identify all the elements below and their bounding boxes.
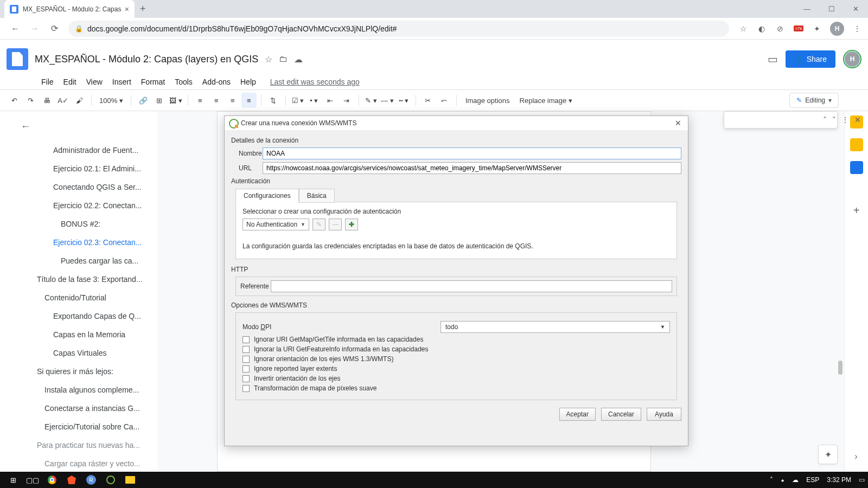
outline-item[interactable]: Para practicar tus nuevas ha... (11, 436, 157, 454)
tray-lang[interactable]: ESP (806, 476, 819, 484)
editing-mode-button[interactable]: ✎ Editing ▾ (789, 93, 839, 108)
border-dash-icon[interactable]: ┅ ▾ (396, 93, 411, 108)
menu-format[interactable]: Format (137, 75, 169, 88)
close-icon[interactable]: ✕ (844, 0, 868, 18)
comment-add-icon[interactable]: ⊞ (152, 93, 167, 108)
back-button[interactable]: ← (8, 21, 23, 36)
docs-logo-icon[interactable] (7, 48, 28, 70)
extension-icon-2[interactable]: ⊘ (775, 23, 786, 34)
outline-collapse-icon[interactable]: ← (21, 121, 157, 132)
outline-item[interactable]: Capas Virtuales (11, 344, 157, 362)
bullet-list-icon[interactable]: • ▾ (307, 93, 322, 108)
side-panel-expand-icon[interactable]: › (848, 449, 864, 464)
tab-basic[interactable]: Básica (299, 189, 335, 203)
taskbar-chrome-icon[interactable] (42, 472, 62, 488)
border-color-icon[interactable]: ✎ ▾ (363, 93, 379, 108)
checkbox-icon[interactable] (242, 365, 250, 373)
tray-time[interactable]: 3:32 PM (827, 476, 851, 484)
find-close-icon[interactable]: ✕ (853, 115, 862, 124)
taskbar-r-icon[interactable]: R (81, 472, 101, 488)
wms-checkbox-row[interactable]: Ignorar URI GetMap/GetTile informada en … (242, 336, 670, 343)
auth-select[interactable]: No Authentication▼ (242, 219, 309, 230)
menu-view[interactable]: View (82, 75, 107, 88)
checkbox-icon[interactable] (242, 346, 250, 353)
outline-item[interactable]: Título de la fase 3: Exportand... (11, 270, 157, 288)
outline-item[interactable]: Ejercicio 02.2: Conectan... (11, 196, 157, 215)
wms-checkbox-row[interactable]: Ignore reported layer extents (242, 365, 670, 373)
help-button[interactable]: Ayuda (647, 408, 681, 421)
align-justify-icon[interactable]: ≡ (241, 93, 257, 108)
tab-close-icon[interactable]: × (125, 5, 129, 14)
checkbox-icon[interactable] (242, 336, 250, 343)
auth-edit-icon[interactable]: ✎ (312, 219, 326, 230)
cancel-button[interactable]: Cancelar (601, 408, 641, 421)
image-insert-icon[interactable]: 🖼 ▾ (168, 93, 183, 108)
spellcheck-icon[interactable]: A✓ (55, 93, 71, 108)
menu-tools[interactable]: Tools (170, 75, 197, 88)
tray-dropbox-icon[interactable]: ⬥ (781, 476, 784, 484)
outline-item[interactable]: Conectarse a instancias G... (11, 399, 157, 418)
comments-icon[interactable]: ▭ (768, 53, 778, 66)
collapse-toolbar-icon[interactable]: ʌ (846, 93, 861, 108)
outline-item[interactable]: Ejercicio/Tutorial sobre Ca... (11, 418, 157, 436)
ok-button[interactable]: Aceptar (559, 408, 596, 421)
replace-image-button[interactable]: Replace image ▾ (515, 97, 577, 105)
wms-checkbox-row[interactable]: Ignorar orientación de los ejes WMS 1.3/… (242, 355, 670, 363)
share-button[interactable]: 👤 Share (786, 50, 835, 68)
menu-help[interactable]: Help (236, 75, 260, 88)
keep-icon[interactable] (850, 138, 863, 151)
crop-icon[interactable]: ✂ (420, 93, 436, 108)
print-icon[interactable]: 🖶 (39, 93, 54, 108)
extensions-icon[interactable]: ✦ (812, 23, 822, 34)
wms-checkbox-row[interactable]: Ignorar la URI GetFeatureInfo informada … (242, 345, 670, 353)
task-view-icon[interactable]: ▢▢ (23, 472, 42, 488)
browser-tab[interactable]: MX_ESPAÑOL - Módulo 2: Capas × (4, 0, 135, 18)
account-avatar[interactable]: H (843, 50, 861, 68)
outline-item[interactable]: Si quieres ir más lejos: (11, 362, 157, 381)
star-icon[interactable]: ☆ (738, 23, 749, 34)
menu-insert[interactable]: Insert (108, 75, 136, 88)
paint-format-icon[interactable]: 🖌 (72, 93, 87, 108)
outline-item[interactable]: Ejercicio 02.3: Conectan... (11, 233, 157, 252)
checkbox-icon[interactable] (242, 385, 250, 392)
wms-checkbox-row[interactable]: Transformación de mapa de píxeles suave (242, 384, 670, 392)
align-center-icon[interactable]: ≡ (209, 93, 224, 108)
checkbox-icon[interactable] (242, 356, 250, 363)
align-right-icon[interactable]: ≡ (225, 93, 240, 108)
find-next-icon[interactable]: ˅ (831, 115, 837, 124)
last-edit-link[interactable]: Last edit was seconds ago (266, 75, 364, 88)
menu-file[interactable]: File (37, 75, 58, 88)
outline-item[interactable]: Exportando Capas de Q... (11, 307, 157, 325)
outline-item[interactable]: Capas en la Memoria (11, 325, 157, 344)
dpi-select[interactable]: todo▼ (441, 321, 670, 333)
menu-icon[interactable]: ⋮ (852, 23, 863, 34)
maximize-icon[interactable]: ☐ (819, 0, 844, 18)
image-options-button[interactable]: Image options (461, 97, 514, 105)
auth-remove-icon[interactable]: — (329, 219, 342, 230)
profile-avatar[interactable]: H (830, 22, 844, 36)
scrollbar[interactable] (837, 111, 844, 472)
reset-image-icon[interactable]: ⤺ (437, 93, 452, 108)
forward-button[interactable]: → (27, 21, 42, 36)
outline-item[interactable]: Administrador de Fuent... (11, 141, 157, 159)
align-left-icon[interactable]: ≡ (193, 93, 208, 108)
add-sidepanel-icon[interactable]: + (853, 204, 860, 217)
tasks-icon[interactable] (850, 161, 863, 174)
start-button[interactable]: ⊞ (3, 472, 23, 488)
find-input[interactable] (727, 114, 819, 125)
taskbar-qgis-icon[interactable] (101, 472, 120, 488)
menu-edit[interactable]: Edit (59, 75, 81, 88)
url-input[interactable] (263, 162, 681, 174)
minimize-icon[interactable]: — (795, 0, 819, 18)
outline-item[interactable]: BONUS #2: (11, 215, 157, 233)
outline-item[interactable]: Conectando QGIS a Ser... (11, 178, 157, 196)
new-tab-button[interactable]: + (140, 3, 146, 15)
wms-checkbox-row[interactable]: Invertir orientación de los ejes (242, 375, 670, 382)
tray-onedrive-icon[interactable]: ☁ (792, 476, 799, 484)
outline-item[interactable]: Ejercicio 02.1: El Admini... (11, 159, 157, 178)
star-doc-icon[interactable]: ☆ (265, 54, 272, 65)
undo-icon[interactable]: ↶ (7, 93, 22, 108)
outline-item[interactable]: Contenido/Tutorial (11, 288, 157, 307)
tray-chevron-icon[interactable]: ˄ (770, 476, 773, 484)
taskbar-brave-icon[interactable] (62, 472, 81, 488)
